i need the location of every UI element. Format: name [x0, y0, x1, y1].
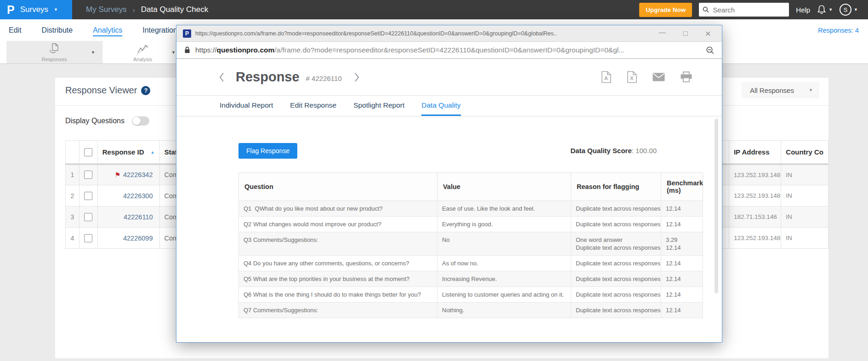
- select-all-checkbox[interactable]: [84, 148, 92, 156]
- export-excel-icon[interactable]: X: [627, 71, 637, 83]
- country-code-header[interactable]: Country Co: [781, 141, 828, 164]
- chevron-down-icon: ▼: [54, 8, 58, 12]
- display-questions-toggle[interactable]: [132, 116, 149, 126]
- toolbar-analysis-button[interactable]: Analysis ▼: [103, 41, 183, 63]
- dq-benchmark: 12.14: [661, 303, 703, 318]
- response-filter-dropdown[interactable]: All Responses ▼: [742, 82, 819, 98]
- dq-benchmark: 12.14: [661, 271, 703, 287]
- dq-question: Q5 What are the top priorities in your b…: [239, 271, 437, 287]
- response-id-cell[interactable]: ⚑42226342: [97, 164, 159, 185]
- toolbar-analysis-label: Analysis: [133, 57, 152, 62]
- search-icon: [703, 6, 709, 13]
- tab-individual-report[interactable]: Individual Report: [220, 96, 273, 116]
- scrollbar[interactable]: [715, 119, 718, 293]
- responses-icon: [48, 43, 61, 56]
- page-title-row: Response Viewer ?: [65, 85, 150, 96]
- close-icon[interactable]: ×: [705, 29, 711, 38]
- tab-data-quality[interactable]: Data Quality: [421, 96, 460, 116]
- popup-window-title: https://questionpro.com/a/frame.do?mode=…: [195, 30, 646, 37]
- dq-benchmark: 12.14: [661, 201, 703, 217]
- display-questions-row: Display Questions: [65, 116, 149, 126]
- page-title: Response Viewer: [65, 85, 137, 96]
- email-icon[interactable]: [652, 73, 665, 81]
- export-pdf-icon[interactable]: A: [601, 71, 612, 83]
- dq-reason: Duplicate text across responses: [571, 303, 661, 318]
- toggle-knob: [132, 117, 141, 125]
- row-number: 2: [66, 185, 79, 206]
- toolbar-responses-button[interactable]: Responses ▼: [6, 41, 102, 63]
- dq-reason: Duplicate text across responses: [571, 201, 661, 217]
- product-switcher[interactable]: P Surveys ▼: [0, 0, 72, 19]
- breadcrumb-separator-icon: ›: [133, 6, 135, 14]
- product-switcher-label: Surveys: [20, 5, 48, 14]
- user-avatar: S: [840, 4, 851, 16]
- chevron-down-icon: ▼: [828, 8, 833, 12]
- popup-addressbar: https://questionpro.com/a/frame.do?mode=…: [176, 42, 722, 59]
- row-checkbox[interactable]: [84, 213, 92, 221]
- breadcrumb-my-surveys[interactable]: My Surveys: [86, 5, 127, 14]
- dq-row: Q5 What are the top priorities in your b…: [239, 271, 703, 287]
- upgrade-now-button[interactable]: Upgrade Now: [639, 3, 692, 17]
- dq-benchmark: 12.14: [661, 256, 703, 271]
- data-quality-table: Question Value Reason for flagging Bench…: [238, 172, 703, 318]
- popup-header: Response # 42226110 A X: [176, 59, 722, 96]
- search-box: [699, 3, 789, 17]
- response-id-cell[interactable]: 42226099: [97, 228, 159, 249]
- dq-row: Q7 Comments/Suggestions: Nothing. Duplic…: [239, 303, 703, 318]
- select-all-header: [79, 141, 97, 164]
- ip-cell: 123.252.193.148: [729, 228, 781, 249]
- response-id-cell[interactable]: 42226300: [97, 185, 159, 206]
- lock-icon: [184, 46, 191, 54]
- dq-header-row: Question Value Reason for flagging Bench…: [239, 173, 703, 201]
- response-id-cell[interactable]: 42226110: [97, 206, 159, 228]
- account-menu[interactable]: S ▼: [840, 4, 858, 16]
- tab-analytics[interactable]: Analytics: [93, 26, 122, 34]
- svg-text:A: A: [604, 75, 608, 81]
- row-checkbox[interactable]: [84, 234, 92, 242]
- bell-icon: [817, 5, 826, 15]
- dq-question: Q3 Comments/Suggestions:: [239, 232, 437, 256]
- previous-response-icon[interactable]: [219, 72, 225, 82]
- dq-row: Q1 QWhat do you like most about our new …: [239, 201, 703, 217]
- response-id-header[interactable]: Response ID▲: [97, 141, 159, 164]
- tab-spotlight-report[interactable]: Spotlight Report: [353, 96, 404, 116]
- row-checkbox-cell: [79, 228, 97, 249]
- dq-question: Q2 What changes would most improve our p…: [239, 217, 437, 232]
- data-quality-score: Data Quality Score: 100.00: [570, 147, 657, 155]
- row-checkbox[interactable]: [84, 192, 92, 200]
- dq-row: Q2 What changes would most improve our p…: [239, 217, 703, 232]
- value-header: Value: [437, 173, 571, 201]
- maximize-icon[interactable]: □: [683, 30, 688, 37]
- next-response-icon[interactable]: [354, 72, 360, 82]
- help-link[interactable]: Help: [796, 6, 810, 14]
- notifications-menu[interactable]: ▼: [817, 5, 833, 15]
- breadcrumb: My Surveys › Data Quality Check: [86, 5, 208, 14]
- search-input[interactable]: [712, 6, 785, 14]
- topbar-right: Upgrade Now Help ▼ S ▼: [639, 3, 868, 17]
- chevron-down-icon: ▼: [854, 8, 858, 12]
- dq-row: Q4 Do you have any other comments, quest…: [239, 256, 703, 271]
- print-icon[interactable]: [680, 71, 692, 83]
- help-icon[interactable]: ?: [141, 86, 150, 95]
- minimize-icon[interactable]: —: [659, 29, 666, 35]
- tab-edit[interactable]: Edit: [9, 26, 22, 34]
- zoom-out-icon[interactable]: [706, 46, 715, 55]
- tab-distribute[interactable]: Distribute: [42, 26, 73, 34]
- ip-address-header[interactable]: IP Address: [729, 141, 781, 164]
- dq-question: Q6 What is the one thing I should do to …: [239, 287, 437, 303]
- response-filter-value: All Responses: [750, 86, 794, 94]
- row-checkbox[interactable]: [84, 171, 92, 179]
- tab-edit-response[interactable]: Edit Response: [290, 96, 336, 116]
- flag-response-button[interactable]: Flag Response: [238, 143, 297, 159]
- reason-header: Reason for flagging: [571, 173, 661, 201]
- chevron-down-icon: ▼: [809, 88, 813, 92]
- dq-value: Everything is good.: [437, 217, 571, 232]
- dq-row: Q6 What is the one thing I should do to …: [239, 287, 703, 303]
- toolbar-responses-label: Responses: [41, 57, 67, 62]
- breadcrumb-current: Data Quality Check: [141, 5, 208, 14]
- country-cell: IN: [781, 228, 828, 249]
- tab-integration[interactable]: Integration: [142, 26, 177, 34]
- address-url: https://questionpro.com/a/frame.do?mode=…: [195, 46, 701, 54]
- dq-value: Ease of use. Like the look and feel.: [437, 201, 571, 217]
- dq-value: Listening to customer queries and acting…: [437, 287, 571, 303]
